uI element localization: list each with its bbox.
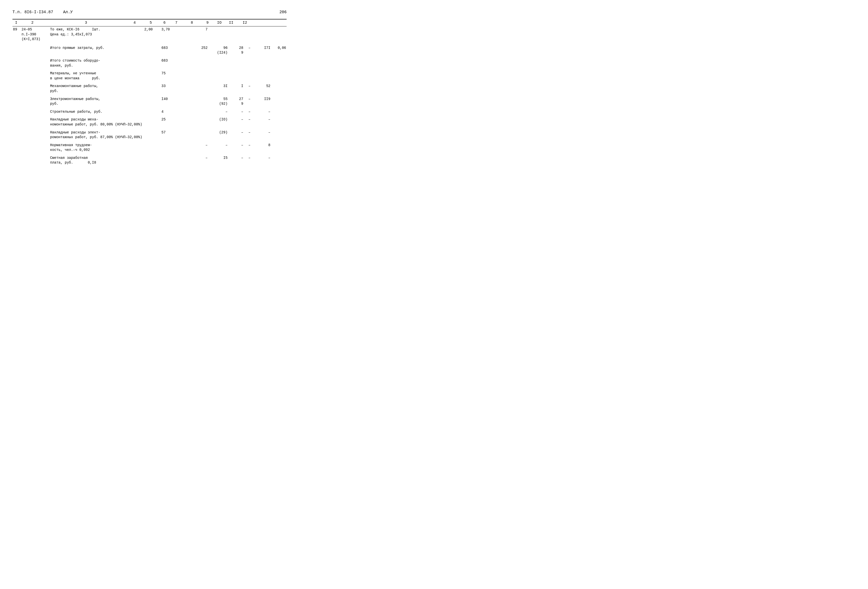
cell-empty (181, 58, 192, 68)
cell-empty (271, 96, 286, 107)
list-item: Накладные расходы меха- номонтажные рабо… (12, 117, 286, 127)
spacer-row (12, 94, 286, 96)
cell-empty (244, 71, 255, 81)
cell-val8: – (208, 109, 228, 115)
cell-empty (228, 58, 244, 68)
cell-empty (21, 142, 50, 153)
header-left: Т.п. 8I6-I-I34.87 Ал.У (12, 10, 73, 15)
cell-empty (12, 58, 21, 68)
cell-val9: – (228, 155, 244, 166)
col-header-3: 3 (45, 21, 127, 25)
cell-empty (271, 117, 286, 127)
cell-empty (144, 71, 161, 81)
spacer-row (12, 128, 286, 130)
col-header-1: I (12, 21, 20, 25)
cell-empty (192, 109, 208, 115)
list-item: Итого прямые затраты, руб. 683 252 96 (I… (12, 45, 286, 56)
cell-val10: – (244, 96, 255, 107)
cell-val10: – (244, 109, 255, 115)
spacer-row (12, 115, 286, 117)
cell-val11: 52 (255, 83, 271, 94)
cell-val5: 25 (161, 117, 181, 127)
cell-empty (144, 96, 161, 107)
cell-empty (144, 130, 161, 141)
cell-val8: (IO) (208, 117, 228, 127)
cell-val8: 3I (208, 83, 228, 94)
cell-label: Накладные расходы меха- номонтажные рабо… (50, 117, 144, 127)
cell-val5: 683 (161, 45, 181, 56)
cell-empty (21, 45, 50, 56)
cell-empty (21, 155, 50, 166)
spacer-row (12, 81, 286, 83)
spacer-row (12, 141, 286, 142)
cell-empty (12, 96, 21, 107)
cell-val10: – (244, 45, 255, 56)
cell-empty (21, 117, 50, 127)
cell-val9: – (228, 130, 244, 141)
cell-empty (21, 71, 50, 81)
list-item: Накладные расходы элект- ромонтажных раб… (12, 130, 286, 141)
col-header-9: 9 (201, 21, 214, 25)
cell-val11: – (255, 117, 271, 127)
col-header-11: II (224, 21, 238, 25)
cell-empty (192, 96, 208, 107)
col-header-12: I2 (238, 21, 252, 25)
cell-empty (161, 142, 181, 153)
cell-val8: (29) (208, 130, 228, 141)
document-code: Т.п. 8I6-I-I34.87 (12, 10, 53, 15)
cell-val9: – (228, 142, 244, 153)
cell-val5: 33 (161, 83, 181, 94)
list-item: Итого стоимость оборудо- вания, руб. 683 (12, 58, 286, 68)
cell-empty (21, 96, 50, 107)
cell-val5: 683 (161, 58, 181, 68)
spacer-row (12, 107, 286, 109)
cell-empty (144, 142, 161, 153)
cell-row-num: 89 (12, 27, 21, 43)
cell-col9 (228, 27, 244, 43)
col-header-7: 7 (170, 21, 183, 25)
cell-val9: – (228, 109, 244, 115)
cell-description: То еже, КСК-I6 Iшт. Цена ед.: 3,45хI,073 (50, 27, 144, 43)
list-item: Механомонтажные работы, руб. 33 3I I – 5… (12, 83, 286, 94)
cell-val10: – (244, 83, 255, 94)
cell-empty (21, 109, 50, 115)
list-item: Электромонтажные работы, руб. I40 55 (92… (12, 96, 286, 107)
cell-empty (271, 155, 286, 166)
cell-empty (21, 83, 50, 94)
cell-empty (181, 109, 192, 115)
spacer-row (12, 56, 286, 58)
cell-val9: – (228, 117, 244, 127)
cell-empty (144, 109, 161, 115)
cell-label: Материалы, не учтенные в цене монтажа ру… (50, 71, 144, 81)
cell-col10 (244, 27, 255, 43)
page-number: 206 (279, 10, 286, 15)
cell-col7: 7 (192, 27, 208, 43)
list-item: Сметная заработная плата, руб. 0,I8 – I5… (12, 155, 286, 166)
cell-empty (228, 71, 244, 81)
col-header-4: 4 (127, 21, 142, 25)
cell-label: Строительные работы, руб. (50, 109, 144, 115)
cell-val5: 57 (161, 130, 181, 141)
list-item: Материалы, не учтенные в цене монтажа ру… (12, 71, 286, 81)
cell-val12: 0,06 (271, 45, 286, 56)
cell-empty (181, 96, 192, 107)
cell-val8: I5 (208, 155, 228, 166)
cell-empty (192, 117, 208, 127)
cell-empty (12, 109, 21, 115)
spacer-row (12, 68, 286, 71)
cell-val8: – (208, 142, 228, 153)
cell-val10: – (244, 155, 255, 166)
col-header-6: 6 (159, 21, 170, 25)
cell-val10: – (244, 117, 255, 127)
cell-empty (12, 45, 21, 56)
cell-val7: 252 (192, 45, 208, 56)
cell-label: Механомонтажные работы, руб. (50, 83, 144, 94)
spacer-row (12, 153, 286, 155)
cell-label: Сметная заработная плата, руб. 0,I8 (50, 155, 144, 166)
list-item: Строительные работы, руб. 4 – – – – (12, 109, 286, 115)
cell-empty (192, 71, 208, 81)
cell-empty (192, 130, 208, 141)
cell-empty (21, 130, 50, 141)
cell-empty (144, 83, 161, 94)
cell-empty (12, 155, 21, 166)
